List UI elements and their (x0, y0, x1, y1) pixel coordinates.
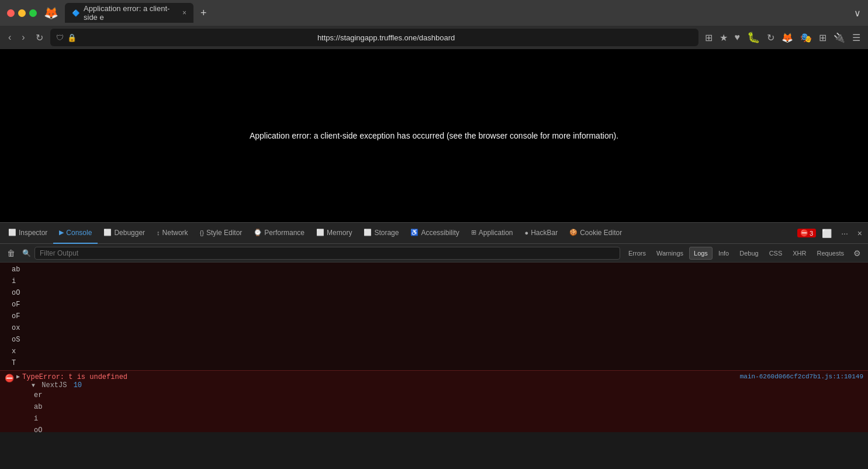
menu-button[interactable]: ☰ (849, 30, 863, 46)
error-entry-main: TypeError: t is undefined ▼ NextJS 10 er… (22, 373, 740, 432)
error-entry-icon: ⛔ (5, 374, 14, 383)
trace-line: oO (34, 425, 740, 432)
new-tab-button[interactable]: + (196, 5, 212, 22)
trace-expand-arrow[interactable]: ▼ (32, 382, 35, 389)
tab-debugger[interactable]: ⬜ Debugger (98, 223, 151, 244)
firefox-logo: 🦊 (44, 6, 58, 20)
tab-console[interactable]: ▶ Console (53, 223, 98, 244)
reload-action-button[interactable]: ↻ (764, 30, 777, 46)
maximize-traffic-light[interactable] (29, 9, 37, 17)
browser-chrome: 🦊 🔷 Application error: a client-side e ×… (0, 0, 868, 49)
inspector-label: Inspector (19, 229, 47, 237)
tab-accessibility[interactable]: ♿ Accessibility (404, 223, 465, 244)
tab-bar: 🔷 Application error: a client-side e × + (65, 3, 849, 23)
trace-line: i (34, 413, 740, 425)
url-display: https://stagingapp.truffles.one/dashboar… (80, 33, 693, 42)
shield-icon: 🛡 (56, 33, 64, 42)
tab-cookie-editor[interactable]: 🍪 Cookie Editor (563, 223, 628, 244)
devtools-toolbar-right: ⛔ 3 ⬜ ··· × (797, 226, 866, 240)
tab-close-button[interactable]: × (182, 9, 186, 17)
tab-style-editor[interactable]: {} Style Editor (194, 223, 248, 244)
lock-icon: 🔒 (67, 33, 77, 42)
bookmark-button[interactable]: ★ (717, 30, 731, 46)
error-entry: ⛔ ▶ TypeError: t is undefined ▼ NextJS 1… (0, 370, 868, 432)
inspector-icon: ⬜ (8, 229, 16, 236)
minimize-traffic-light[interactable] (18, 9, 26, 17)
log-line: oS (5, 334, 863, 346)
accessibility-icon: ♿ (410, 229, 419, 236)
tab-network[interactable]: ↕ Network (151, 223, 194, 244)
first-log-group: ab i oO oF oF ox oS x T (0, 263, 868, 370)
trace-line: ab (34, 401, 740, 413)
expand-arrow[interactable]: ▶ (16, 373, 20, 380)
tab-title: Application error: a client-side e (84, 4, 177, 22)
tab-storage[interactable]: ⬜ Storage (358, 223, 404, 244)
filter-requests-button[interactable]: Requests (812, 247, 849, 260)
more-options-button[interactable]: ··· (838, 226, 852, 240)
tab-favicon: 🔷 (72, 9, 80, 17)
nextjs-trace: ▼ NextJS 10 (22, 381, 740, 389)
bugbug-button[interactable]: 🐛 (744, 29, 763, 46)
reload-button[interactable]: ↻ (32, 30, 47, 46)
close-traffic-light[interactable] (7, 9, 15, 17)
filter-debug-button[interactable]: Debug (735, 247, 763, 260)
pocket-button[interactable]: ♥ (732, 30, 743, 45)
error-file-link[interactable]: main-6260d066cf2cd7b1.js:1:10149 (740, 373, 863, 380)
nextjs-label: NextJS (42, 381, 67, 389)
console-clear-button[interactable]: 🗑 (4, 247, 19, 260)
filter-info-button[interactable]: Info (714, 247, 734, 260)
network-icon: ↕ (157, 229, 160, 236)
extensions-button[interactable]: 🔌 (831, 30, 848, 46)
debugger-icon: ⬜ (103, 229, 112, 236)
tab-overflow-button[interactable]: ∨ (854, 8, 861, 19)
error-badge: ⛔ 3 (797, 229, 816, 237)
log-line: ox (5, 322, 863, 334)
filter-warnings-button[interactable]: Warnings (652, 247, 688, 260)
console-settings-button[interactable]: ⚙ (850, 246, 864, 260)
log-line: i (5, 275, 863, 287)
error-count: 3 (810, 230, 813, 237)
storage-icon: ⬜ (364, 229, 372, 236)
container-button[interactable]: ⊞ (816, 30, 829, 46)
page-content: Application error: a client-side excepti… (0, 49, 868, 222)
filter-logs-button[interactable]: Logs (689, 247, 713, 260)
console-icon: ▶ (59, 229, 64, 236)
filter-input[interactable] (34, 247, 620, 260)
style-editor-icon: {} (200, 229, 204, 236)
back-button[interactable]: ‹ (5, 30, 15, 45)
filter-xhr-button[interactable]: XHR (788, 247, 811, 260)
log-line: ab (5, 264, 863, 275)
extension1-button[interactable]: 🦊 (779, 30, 796, 46)
memory-icon: ⬜ (316, 229, 324, 236)
address-bar[interactable]: 🛡 🔒 https://stagingapp.truffles.one/dash… (50, 29, 698, 46)
cookie-editor-label: Cookie Editor (580, 229, 622, 237)
console-filter-buttons: Errors Warnings Logs Info Debug CSS XHR … (624, 246, 864, 260)
tab-inspector[interactable]: ⬜ Inspector (2, 223, 53, 244)
filter-css-button[interactable]: CSS (765, 247, 787, 260)
extension2-button[interactable]: 🎭 (797, 30, 815, 46)
nextjs-count: 10 (74, 381, 82, 389)
style-editor-label: Style Editor (206, 229, 242, 237)
filter-errors-button[interactable]: Errors (624, 247, 651, 260)
performance-icon: ⌚ (254, 229, 262, 236)
active-tab[interactable]: 🔷 Application error: a client-side e × (65, 3, 193, 23)
nav-actions: ⊞ ★ ♥ 🐛 ↻ 🦊 🎭 ⊞ 🔌 ☰ (702, 29, 864, 46)
error-message-text: TypeError: t is undefined (22, 373, 127, 381)
error-icon: ⛔ (800, 229, 808, 237)
log-line: T (5, 357, 863, 369)
hackbar-icon: ● (525, 229, 529, 236)
performance-label: Performance (264, 229, 305, 237)
forward-button[interactable]: › (18, 30, 28, 45)
hackbar-label: HackBar (531, 229, 558, 237)
tab-hackbar[interactable]: ● HackBar (519, 223, 564, 244)
tab-memory[interactable]: ⬜ Memory (310, 223, 358, 244)
log-line: oO (5, 287, 863, 299)
devtools-toolbar: ⬜ Inspector ▶ Console ⬜ Debugger ↕ Netwo… (0, 223, 868, 244)
title-bar: 🦊 🔷 Application error: a client-side e ×… (0, 0, 868, 26)
accessibility-label: Accessibility (421, 229, 459, 237)
close-devtools-button[interactable]: × (854, 226, 866, 240)
tab-application[interactable]: ⊞ Application (465, 223, 519, 244)
tab-performance[interactable]: ⌚ Performance (248, 223, 310, 244)
expand-devtools-button[interactable]: ⬜ (818, 226, 835, 240)
grid-button[interactable]: ⊞ (702, 30, 715, 46)
